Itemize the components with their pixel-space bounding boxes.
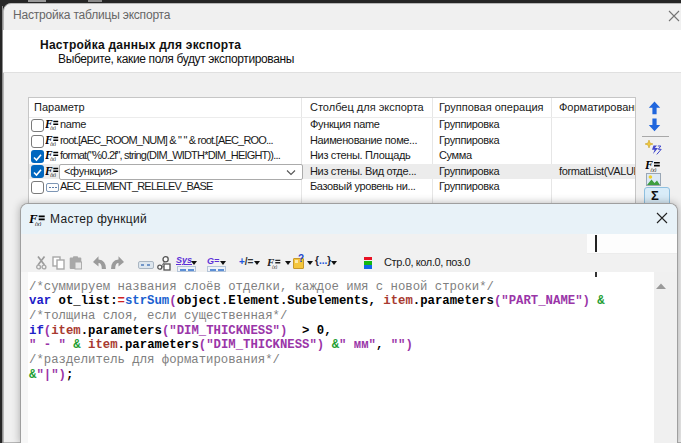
svg-text:(x): (x) [50,156,56,161]
svg-text:(x): (x) [651,167,657,172]
svg-text:(x): (x) [35,221,42,226]
svg-text:(x): (x) [50,140,56,145]
svg-text:(x): (x) [50,171,56,176]
svg-text:(x): (x) [50,125,56,130]
svg-text:(x): (x) [272,265,278,270]
